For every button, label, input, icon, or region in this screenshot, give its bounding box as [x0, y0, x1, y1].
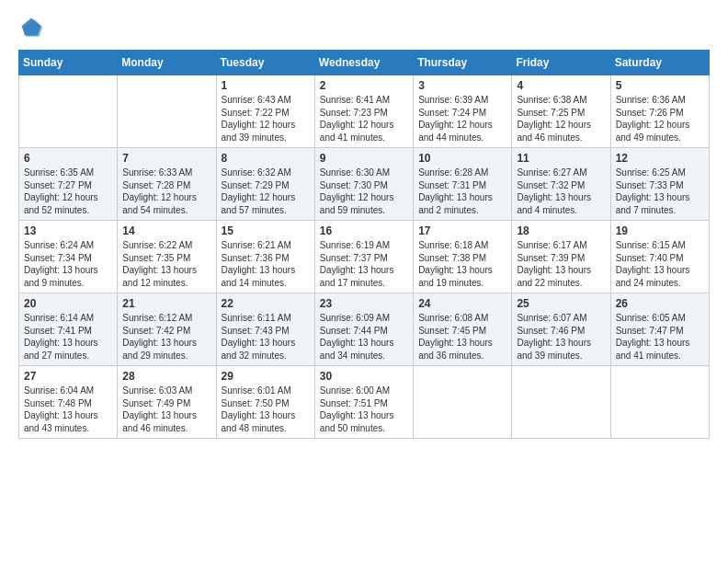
sunset-text: Sunset: 7:46 PM — [517, 326, 585, 336]
sunset-text: Sunset: 7:29 PM — [222, 180, 290, 190]
sunset-text: Sunset: 7:22 PM — [222, 108, 290, 118]
table-row: 3 Sunrise: 6:39 AM Sunset: 7:24 PM Dayli… — [414, 75, 512, 148]
sunrise-text: Sunrise: 6:33 AM — [122, 167, 192, 178]
sunset-text: Sunset: 7:33 PM — [616, 180, 684, 190]
svg-marker-1 — [23, 19, 42, 36]
header-thursday: Thursday — [414, 51, 512, 75]
sunrise-text: Sunrise: 6:03 AM — [122, 385, 192, 396]
day-number: 8 — [222, 152, 310, 165]
header-monday: Monday — [118, 51, 216, 75]
table-row: 2 Sunrise: 6:41 AM Sunset: 7:23 PM Dayli… — [314, 75, 413, 148]
table-row: 10 Sunrise: 6:28 AM Sunset: 7:31 PM Dayl… — [414, 148, 512, 221]
table-row: 25 Sunrise: 6:07 AM Sunset: 7:46 PM Dayl… — [512, 293, 610, 366]
sunset-text: Sunset: 7:30 PM — [320, 180, 388, 190]
day-number: 20 — [24, 297, 112, 310]
day-info: Sunrise: 6:08 AM Sunset: 7:45 PM Dayligh… — [418, 312, 506, 362]
calendar-week-row: 1 Sunrise: 6:43 AM Sunset: 7:22 PM Dayli… — [19, 75, 710, 148]
day-info: Sunrise: 6:04 AM Sunset: 7:48 PM Dayligh… — [24, 385, 112, 434]
table-row: 16 Sunrise: 6:19 AM Sunset: 7:37 PM Dayl… — [314, 221, 413, 293]
table-row: 20 Sunrise: 6:14 AM Sunset: 7:41 PM Dayl… — [19, 293, 118, 366]
sunrise-text: Sunrise: 6:07 AM — [517, 313, 586, 323]
header-tuesday: Tuesday — [216, 51, 314, 75]
sunrise-text: Sunrise: 6:01 AM — [222, 385, 291, 396]
sunrise-text: Sunrise: 6:39 AM — [418, 95, 488, 105]
day-number: 4 — [517, 79, 605, 92]
table-row — [118, 75, 216, 148]
table-row: 24 Sunrise: 6:08 AM Sunset: 7:45 PM Dayl… — [414, 293, 512, 366]
header-friday: Friday — [512, 51, 610, 75]
daylight-text: Daylight: 13 hours and 17 minutes. — [320, 265, 394, 288]
sunset-text: Sunset: 7:41 PM — [24, 326, 92, 336]
sunrise-text: Sunrise: 6:09 AM — [320, 313, 390, 323]
day-number: 26 — [616, 297, 704, 310]
sunset-text: Sunset: 7:32 PM — [517, 180, 585, 190]
day-info: Sunrise: 6:25 AM Sunset: 7:33 PM Dayligh… — [616, 167, 704, 216]
day-number: 15 — [222, 224, 310, 237]
sunset-text: Sunset: 7:49 PM — [122, 398, 190, 408]
day-info: Sunrise: 6:11 AM Sunset: 7:43 PM Dayligh… — [222, 312, 310, 362]
sunset-text: Sunset: 7:47 PM — [616, 326, 684, 336]
table-row: 23 Sunrise: 6:09 AM Sunset: 7:44 PM Dayl… — [314, 293, 413, 366]
sunrise-text: Sunrise: 6:28 AM — [418, 167, 488, 178]
sunrise-text: Sunrise: 6:15 AM — [616, 240, 686, 250]
day-number: 2 — [320, 79, 408, 92]
sunrise-text: Sunrise: 6:35 AM — [24, 167, 94, 178]
table-row: 21 Sunrise: 6:12 AM Sunset: 7:42 PM Dayl… — [118, 293, 216, 366]
daylight-text: Daylight: 13 hours and 7 minutes. — [616, 192, 690, 215]
logo-icon — [18, 15, 44, 40]
table-row: 22 Sunrise: 6:11 AM Sunset: 7:43 PM Dayl… — [216, 293, 314, 366]
day-number: 25 — [517, 297, 605, 310]
day-info: Sunrise: 6:01 AM Sunset: 7:50 PM Dayligh… — [222, 385, 310, 434]
sunset-text: Sunset: 7:37 PM — [320, 253, 388, 263]
daylight-text: Daylight: 12 hours and 46 minutes. — [517, 120, 591, 143]
sunset-text: Sunset: 7:35 PM — [122, 253, 190, 263]
table-row: 26 Sunrise: 6:05 AM Sunset: 7:47 PM Dayl… — [610, 293, 709, 366]
table-row: 19 Sunrise: 6:15 AM Sunset: 7:40 PM Dayl… — [610, 221, 709, 293]
daylight-text: Daylight: 13 hours and 34 minutes. — [320, 338, 394, 361]
sunset-text: Sunset: 7:23 PM — [320, 108, 388, 118]
day-info: Sunrise: 6:15 AM Sunset: 7:40 PM Dayligh… — [616, 239, 704, 289]
sunset-text: Sunset: 7:50 PM — [222, 398, 290, 408]
sunrise-text: Sunrise: 6:21 AM — [222, 240, 291, 250]
sunrise-text: Sunrise: 6:22 AM — [122, 240, 192, 250]
day-info: Sunrise: 6:38 AM Sunset: 7:25 PM Dayligh… — [517, 94, 605, 144]
daylight-text: Daylight: 13 hours and 41 minutes. — [616, 338, 690, 361]
sunset-text: Sunset: 7:36 PM — [222, 253, 290, 263]
daylight-text: Daylight: 12 hours and 39 minutes. — [222, 120, 296, 143]
day-number: 13 — [24, 224, 112, 237]
day-number: 21 — [122, 297, 210, 310]
day-number: 9 — [320, 152, 408, 165]
day-info: Sunrise: 6:00 AM Sunset: 7:51 PM Dayligh… — [320, 385, 408, 434]
sunset-text: Sunset: 7:31 PM — [418, 180, 486, 190]
daylight-text: Daylight: 13 hours and 27 minutes. — [24, 338, 98, 361]
day-number: 27 — [24, 370, 112, 383]
day-info: Sunrise: 6:33 AM Sunset: 7:28 PM Dayligh… — [122, 167, 210, 216]
day-info: Sunrise: 6:35 AM Sunset: 7:27 PM Dayligh… — [24, 167, 112, 216]
sunset-text: Sunset: 7:25 PM — [517, 108, 585, 118]
sunrise-text: Sunrise: 6:14 AM — [24, 313, 94, 323]
sunset-text: Sunset: 7:45 PM — [418, 326, 486, 336]
daylight-text: Daylight: 13 hours and 2 minutes. — [418, 192, 493, 215]
table-row: 12 Sunrise: 6:25 AM Sunset: 7:33 PM Dayl… — [610, 148, 709, 221]
calendar-table: Sunday Monday Tuesday Wednesday Thursday… — [18, 50, 710, 439]
sunrise-text: Sunrise: 6:38 AM — [517, 95, 586, 105]
day-info: Sunrise: 6:14 AM Sunset: 7:41 PM Dayligh… — [24, 312, 112, 362]
day-info: Sunrise: 6:28 AM Sunset: 7:31 PM Dayligh… — [418, 167, 506, 216]
header — [18, 15, 710, 40]
sunset-text: Sunset: 7:40 PM — [616, 253, 684, 263]
header-saturday: Saturday — [610, 51, 709, 75]
day-number: 18 — [517, 224, 605, 237]
table-row: 18 Sunrise: 6:17 AM Sunset: 7:39 PM Dayl… — [512, 221, 610, 293]
table-row: 11 Sunrise: 6:27 AM Sunset: 7:32 PM Dayl… — [512, 148, 610, 221]
calendar-week-row: 20 Sunrise: 6:14 AM Sunset: 7:41 PM Dayl… — [19, 293, 710, 366]
day-info: Sunrise: 6:09 AM Sunset: 7:44 PM Dayligh… — [320, 312, 408, 362]
daylight-text: Daylight: 13 hours and 32 minutes. — [222, 338, 296, 361]
day-info: Sunrise: 6:05 AM Sunset: 7:47 PM Dayligh… — [616, 312, 704, 362]
daylight-text: Daylight: 12 hours and 59 minutes. — [320, 192, 394, 215]
day-info: Sunrise: 6:41 AM Sunset: 7:23 PM Dayligh… — [320, 94, 408, 144]
table-row: 4 Sunrise: 6:38 AM Sunset: 7:25 PM Dayli… — [512, 75, 610, 148]
daylight-text: Daylight: 13 hours and 48 minutes. — [222, 410, 296, 433]
daylight-text: Daylight: 13 hours and 14 minutes. — [222, 265, 296, 288]
table-row: 9 Sunrise: 6:30 AM Sunset: 7:30 PM Dayli… — [314, 148, 413, 221]
day-info: Sunrise: 6:03 AM Sunset: 7:49 PM Dayligh… — [122, 385, 210, 434]
